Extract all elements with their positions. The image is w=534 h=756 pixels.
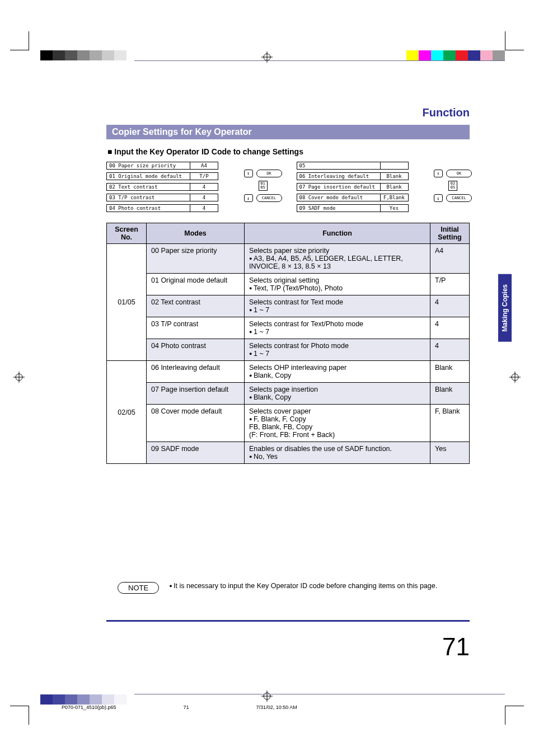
function-cell: Selects paper size priorityA3, B4, A4, B… [245, 244, 430, 274]
function-cell: Enables or disables the use of SADF func… [245, 442, 430, 464]
function-cell: Selects cover paperF, Blank, F, CopyFB, … [245, 405, 430, 442]
cancel-button[interactable]: CANCEL [256, 194, 282, 202]
mode-cell: 09 SADF mode [147, 442, 245, 464]
mode-cell: 01 Original mode default [147, 274, 245, 295]
list-item: 02 Text contrast [106, 183, 190, 191]
arrow-up-icon[interactable]: ↑ [244, 170, 253, 177]
mode-cell: 00 Paper size priority [147, 244, 245, 274]
note-text: It is necessary to input the Key Operato… [169, 582, 470, 590]
crop-mark [10, 706, 29, 725]
mode-cell: 04 Photo contrast [147, 339, 245, 361]
col-function: Function [245, 223, 430, 244]
list-item: 04 Photo contrast [106, 204, 190, 212]
page-category: Function [106, 106, 470, 119]
mode-cell: 06 Interleaving default [147, 361, 245, 383]
table-row: 03 T/P contrastSelects contrast for Text… [107, 317, 470, 339]
col-screen-no: Screen No. [107, 223, 147, 244]
list-item: 00 Paper size priority [106, 162, 190, 170]
arrow-down-icon[interactable]: ↓ [244, 194, 253, 202]
function-cell: Selects OHP interleaving paperBlank, Cop… [245, 361, 430, 383]
table-row: 07 Page insertion defaultSelects page in… [107, 383, 470, 405]
mode-cell: 07 Page insertion default [147, 383, 245, 405]
initial-cell: Blank [430, 383, 470, 405]
function-cell: Selects contrast for Photo mode1 ~ 7 [245, 339, 430, 361]
sub-heading: Input the Key Operator ID Code to change… [107, 147, 470, 156]
screen-no-cell: 02/05 [107, 361, 147, 464]
note-label: NOTE [118, 582, 159, 594]
col-modes: Modes [147, 223, 245, 244]
separator [106, 620, 470, 622]
initial-cell: Blank [430, 361, 470, 383]
settings-table: Screen No. Modes Function Initial Settin… [106, 223, 470, 464]
crop-mark [10, 31, 29, 50]
page-indicator: 0205 [448, 181, 457, 191]
cancel-button[interactable]: CANCEL [446, 194, 472, 202]
settings-screen-02: 05 06 Interleaving defaultBlank 07 Page … [297, 162, 470, 215]
function-cell: Selects page insertionBlank, Copy [245, 383, 430, 405]
table-row: 09 SADF modeEnables or disables the use … [107, 442, 470, 464]
function-cell: Selects original settingText, T/P (Text/… [245, 274, 430, 295]
list-item: 03 T/P contrast [106, 194, 190, 201]
initial-cell: T/P [430, 274, 470, 295]
initial-cell: 4 [430, 317, 470, 339]
list-item: 05 [297, 162, 381, 170]
table-row: 08 Cover mode defaultSelects cover paper… [107, 405, 470, 442]
crop-mark [505, 31, 524, 50]
initial-cell: Yes [430, 442, 470, 464]
settings-screen-01: 00 Paper size priorityA4 01 Original mod… [106, 162, 280, 215]
initial-cell: F, Blank [430, 405, 470, 442]
mode-cell: 08 Cover mode default [147, 405, 245, 442]
list-item: 06 Interleaving default [297, 172, 381, 180]
section-title: Copier Settings for Key Operator [106, 125, 470, 139]
registration-mark [509, 372, 521, 385]
list-item: 01 Original mode default [106, 172, 190, 180]
footer-meta: P070-071_4510(pb).p65 71 7/31/02, 10:50 … [62, 705, 470, 710]
registration-mark [13, 372, 25, 385]
page-number: 71 [442, 633, 470, 661]
col-initial: Initial Setting [430, 223, 470, 244]
initial-cell: 4 [430, 339, 470, 361]
ok-button[interactable]: OK [256, 170, 282, 177]
color-swatches [406, 50, 505, 60]
table-row: 04 Photo contrastSelects contrast for Ph… [107, 339, 470, 361]
screen-no-cell: 01/05 [107, 244, 147, 361]
function-cell: Selects contrast for Text/Photo mode1 ~ … [245, 317, 430, 339]
arrow-down-icon[interactable]: ↓ [434, 194, 443, 202]
crop-mark [505, 706, 524, 725]
table-row: 01/0500 Paper size prioritySelects paper… [107, 244, 470, 274]
mode-cell: 03 T/P contrast [147, 317, 245, 339]
table-row: 01 Original mode defaultSelects original… [107, 274, 470, 295]
ok-button[interactable]: OK [446, 170, 472, 177]
table-row: 02/0506 Interleaving defaultSelects OHP … [107, 361, 470, 383]
list-item: 09 SADF mode [297, 204, 381, 212]
initial-cell: A4 [430, 244, 470, 274]
mode-cell: 02 Text contrast [147, 295, 245, 317]
registration-mark [261, 691, 273, 705]
chapter-tab: Making Copies [498, 274, 512, 342]
page-indicator: 0105 [259, 181, 268, 191]
list-item: 07 Page insertion default [297, 183, 381, 191]
trim-line [134, 60, 505, 61]
list-item: 08 Cover mode default [297, 194, 381, 201]
gray-swatches [40, 50, 127, 60]
trim-line [134, 694, 505, 694]
arrow-up-icon[interactable]: ↑ [434, 170, 443, 177]
function-cell: Selects contrast for Text mode1 ~ 7 [245, 295, 430, 317]
table-row: 02 Text contrastSelects contrast for Tex… [107, 295, 470, 317]
initial-cell: 4 [430, 295, 470, 317]
blue-swatches [40, 694, 127, 705]
registration-mark [261, 51, 273, 65]
